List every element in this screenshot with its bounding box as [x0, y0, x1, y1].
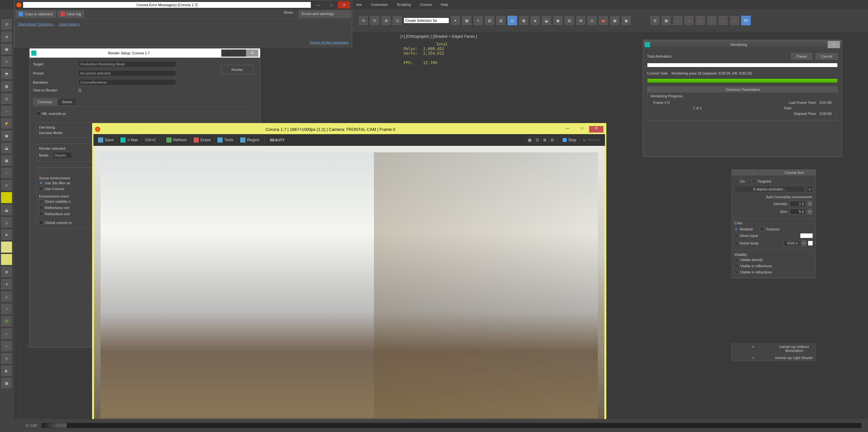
selection-set-input[interactable] [404, 18, 449, 24]
left-tool-icon[interactable]: ⟐ [1, 328, 12, 340]
snap-icon[interactable]: ⌂ [707, 15, 717, 26]
global-volume-checkbox[interactable] [39, 220, 43, 225]
objects-excluded-button[interactable]: 0 objects excluded... [734, 186, 805, 192]
tools-button[interactable]: Tools [215, 136, 236, 144]
common-params-header[interactable]: -Common Parameters [647, 87, 837, 92]
left-tool-icon[interactable]: ○ [1, 340, 12, 352]
tool-icon[interactable]: ⊞ [576, 15, 586, 26]
left-tool-icon[interactable]: △ [1, 291, 12, 302]
erase-button[interactable]: Erase [191, 136, 214, 144]
corona-sun-header[interactable]: -Corona Sun [732, 169, 815, 176]
snap-icon[interactable]: ⌂ [730, 15, 740, 26]
copy-clipboard-button[interactable]: Copy to clipboard [16, 10, 56, 18]
spinner-arrows[interactable]: ▲▼ [807, 209, 812, 215]
snap-icon[interactable]: ⌂ [718, 15, 728, 26]
maximize-button[interactable]: □ [575, 126, 589, 132]
tool-icon[interactable]: ▣ [621, 15, 631, 26]
teapot-icon[interactable]: 🫖 [598, 15, 609, 26]
tab-scene[interactable]: Scene [57, 98, 77, 106]
left-tool-icon[interactable]: ○ [1, 254, 12, 265]
rendering-titlebar[interactable]: Rendering ✕ [643, 40, 842, 49]
preset-dropdown[interactable]: No preset selected [79, 70, 176, 76]
close-button[interactable]: ✕ [828, 41, 840, 48]
learn-more-link[interactable]: Learn more » [59, 22, 80, 26]
maximize-button[interactable]: □ [234, 50, 246, 57]
left-tool-icon[interactable]: ⬓ [1, 204, 12, 216]
tab-common[interactable]: Common [33, 98, 57, 106]
targeted-checkbox[interactable] [751, 179, 756, 183]
left-tool-icon[interactable]: ▣ [1, 130, 12, 142]
textured-checkbox[interactable] [760, 227, 764, 231]
tool-icon[interactable]: % [369, 15, 380, 26]
menu-corona[interactable]: Corona [418, 1, 433, 8]
stop-button[interactable]: Stop [560, 136, 579, 144]
zoom-button[interactable]: ⊞ [541, 136, 548, 144]
left-tool-icon[interactable]: ⊞ [1, 266, 12, 278]
maximize-button[interactable]: □ [325, 1, 338, 8]
close-button[interactable]: ✕ [246, 50, 258, 57]
left-tool-icon[interactable]: ◔ [1, 31, 12, 43]
left-tool-icon[interactable]: ○ [1, 105, 12, 117]
save-button[interactable]: Save [95, 136, 117, 144]
left-tool-icon[interactable]: ⟲ [1, 19, 12, 30]
left-tool-icon[interactable]: ▫ [1, 167, 12, 179]
add-sky-label[interactable]: Add CoronaSky environment [734, 194, 813, 200]
vis-directly-checkbox[interactable] [734, 257, 739, 262]
menu-view[interactable]: iew [355, 1, 364, 8]
tool-icon[interactable]: ▣ [553, 15, 563, 26]
left-tool-icon[interactable]: ≡ [1, 56, 12, 67]
add-button[interactable]: + [806, 186, 813, 192]
ctrlc-button[interactable]: Ctrl+C [142, 136, 159, 144]
reflections-checkbox[interactable] [39, 206, 43, 210]
menu-help[interactable]: Help [439, 1, 450, 8]
direct-input-radio[interactable] [734, 234, 738, 238]
tool-icon[interactable]: ▦ [661, 15, 672, 26]
tool-icon[interactable]: ⬓ [541, 15, 552, 26]
vfb-render-view[interactable] [94, 146, 604, 425]
vfb-titlebar[interactable]: Corona 1.7 | 1667×1000px (1:2) | Camera:… [93, 124, 605, 134]
left-tool-icon[interactable]: ★ [1, 229, 12, 241]
cancel-button[interactable]: Cancel [815, 53, 838, 60]
xy-icon[interactable]: XY [741, 15, 751, 26]
left-tool-icon[interactable]: ✧ [1, 303, 12, 315]
realistic-radio[interactable] [734, 227, 738, 231]
beauty-label[interactable]: BEAUTY [267, 138, 288, 142]
vis-reflections-checkbox[interactable] [734, 264, 739, 268]
spinner-arrows[interactable]: ▲▼ [802, 240, 806, 246]
dropdown-icon[interactable]: ▾ [450, 15, 461, 26]
zoom-button[interactable]: ⊟ [549, 136, 556, 144]
left-tool-icon[interactable]: ≡ [1, 352, 12, 364]
menu-customize[interactable]: Customize [369, 1, 390, 8]
vis-refractions-checkbox[interactable] [734, 270, 739, 274]
renderer-dropdown[interactable]: CoronaRenderer [79, 79, 176, 86]
tool-icon[interactable]: ▦ [462, 15, 472, 26]
left-tool-icon[interactable]: ○ [1, 241, 12, 253]
left-tool-icon[interactable]: ○ [1, 192, 12, 204]
spinner-arrows[interactable]: ▲▼ [807, 201, 812, 207]
refresh-button[interactable]: Refresh [163, 136, 190, 144]
left-tool-icon[interactable]: ⬒ [1, 68, 12, 80]
error-titlebar[interactable]: Corona Error Message(s) [Corona 1.7] — □… [14, 0, 352, 9]
target-dropdown[interactable]: Production Rendering Mode [79, 61, 176, 67]
snap-icon[interactable]: ⌂ [684, 15, 694, 26]
on-checkbox[interactable] [734, 179, 739, 183]
color-swatch[interactable] [800, 233, 813, 238]
render-button[interactable]: ▶Render [580, 136, 603, 144]
zoom-button[interactable]: ▦ [526, 136, 533, 144]
tool-icon[interactable]: ▤ [484, 15, 495, 26]
use-3dsmax-radio[interactable] [39, 181, 43, 185]
render-setup-titlebar[interactable]: Render Setup: Corona 1.7 — □ ✕ [30, 49, 260, 58]
left-tool-icon[interactable]: ⚡ [1, 118, 12, 129]
region-button[interactable]: Region [237, 136, 262, 144]
left-tool-icon[interactable]: ◐ [1, 365, 12, 377]
tool-icon[interactable]: ▥ [496, 15, 506, 26]
tool-icon[interactable]: ▧ [507, 15, 518, 26]
tool-icon[interactable]: ▤ [564, 15, 575, 26]
kelvin-swatch[interactable] [808, 241, 813, 246]
tool-icon[interactable]: ⊡ [392, 15, 403, 26]
left-tool-icon[interactable]: △ [1, 216, 12, 228]
intensity-spinner[interactable]: 1.0 [789, 201, 806, 207]
left-tool-icon[interactable]: ▦ [1, 43, 12, 55]
render-button[interactable]: Render [221, 65, 253, 74]
tool-icon[interactable]: ⟲ [358, 15, 368, 26]
